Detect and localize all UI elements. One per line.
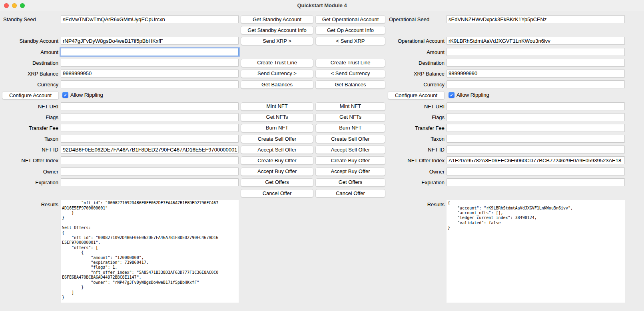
- standby-nft-offer-index-input[interactable]: [61, 156, 239, 164]
- standby-create-trust-line-button[interactable]: Create Trust Line: [241, 59, 313, 67]
- operational-taxon-input[interactable]: [447, 135, 625, 143]
- operational-xrp-balance-label: XRP Balance: [388, 68, 446, 79]
- operational-accept-sell-offer-button[interactable]: Accept Sell Offer: [315, 146, 385, 154]
- standby-transfer-fee-input[interactable]: [61, 124, 239, 132]
- get-operational-account-button[interactable]: Get Operational Account: [315, 15, 385, 24]
- standby-destination-label: Destination: [0, 58, 60, 68]
- standby-expiration-label: Expiration: [0, 177, 60, 188]
- standby-owner-input[interactable]: [61, 167, 239, 175]
- zoom-button[interactable]: [20, 3, 25, 8]
- operational-account-input[interactable]: [447, 37, 625, 45]
- standby-account-input[interactable]: [61, 37, 239, 45]
- operational-get-offers-button[interactable]: Get Offers: [315, 178, 385, 187]
- operational-cancel-offer-button[interactable]: Cancel Offer: [315, 189, 385, 197]
- operational-results-area[interactable]: { "account": "rK9LBRhStdmtAaVdJXGVF1LnKW…: [447, 200, 625, 303]
- window-title: Quickstart Module 4: [297, 2, 347, 8]
- standby-nft-id-label: NFT ID: [0, 144, 60, 155]
- standby-taxon-input[interactable]: [61, 135, 239, 143]
- operational-account-label: Operational Account: [388, 36, 446, 46]
- standby-flags-label: Flags: [0, 112, 60, 123]
- standby-mint-nft-button[interactable]: Mint NFT: [241, 102, 313, 111]
- operational-owner-input[interactable]: [447, 167, 625, 175]
- operational-create-trust-line-button[interactable]: Create Trust Line: [315, 59, 385, 67]
- operational-nft-id-label: NFT ID: [388, 144, 446, 155]
- operational-nft-id-input[interactable]: [447, 146, 625, 154]
- operational-amount-label: Amount: [388, 47, 446, 58]
- standby-xrp-balance-input[interactable]: [61, 70, 239, 78]
- operational-configure-account-button[interactable]: Configure Account: [388, 91, 445, 100]
- close-button[interactable]: [4, 3, 9, 8]
- operational-amount-input[interactable]: [447, 48, 625, 56]
- window-controls: [4, 3, 25, 8]
- standby-amount-label: Amount: [0, 47, 60, 58]
- operational-send-xrp-button[interactable]: < Send XRP: [315, 37, 385, 45]
- operational-seed-input[interactable]: [447, 15, 625, 23]
- standby-configure-account-button[interactable]: Configure Account: [2, 91, 59, 100]
- operational-owner-label: Owner: [388, 166, 446, 177]
- operational-transfer-fee-input[interactable]: [447, 124, 625, 132]
- operational-send-currency-button[interactable]: < Send Currency: [315, 70, 385, 78]
- operational-seed-label: Operational Seed: [388, 14, 446, 25]
- operational-flags-label: Flags: [388, 112, 446, 123]
- standby-seed-input[interactable]: [61, 15, 239, 23]
- checkmark-icon: ✓: [450, 93, 453, 98]
- operational-get-nfts-button[interactable]: Get NFTs: [315, 113, 385, 122]
- operational-expiration-label: Expiration: [388, 177, 446, 188]
- standby-amount-input[interactable]: [61, 48, 239, 56]
- standby-currency-label: Currency: [0, 79, 60, 90]
- standby-account-label: Standby Account: [0, 36, 60, 46]
- standby-nft-uri-input[interactable]: [61, 102, 239, 110]
- operational-results-label: Results: [388, 199, 446, 207]
- operational-nft-uri-input[interactable]: [447, 102, 625, 110]
- standby-seed-label: Standby Seed: [0, 14, 60, 25]
- minimize-button[interactable]: [12, 3, 17, 8]
- standby-allow-rippling-label: Allow Rippling: [70, 92, 103, 98]
- operational-nft-offer-index-input[interactable]: [447, 156, 625, 164]
- operational-expiration-input[interactable]: [447, 178, 625, 186]
- standby-create-sell-offer-button[interactable]: Create Sell Offer: [241, 135, 313, 143]
- standby-results-label: Results: [0, 199, 60, 207]
- standby-nft-id-input[interactable]: [61, 146, 239, 154]
- operational-allow-rippling-checkbox[interactable]: ✓ Allow Rippling: [449, 92, 644, 98]
- main-form: Standby Seed Get Standby Account Get Ope…: [0, 11, 644, 303]
- operational-xrp-balance-input[interactable]: [447, 70, 625, 78]
- standby-accept-buy-offer-button[interactable]: Accept Buy Offer: [241, 167, 313, 176]
- standby-create-buy-offer-button[interactable]: Create Buy Offer: [241, 156, 313, 165]
- standby-get-nfts-button[interactable]: Get NFTs: [241, 113, 313, 122]
- operational-accept-buy-offer-button[interactable]: Accept Buy Offer: [315, 167, 385, 176]
- standby-burn-nft-button[interactable]: Burn NFT: [241, 124, 313, 132]
- standby-get-balances-button[interactable]: Get Balances: [241, 80, 313, 89]
- operational-flags-input[interactable]: [447, 113, 625, 121]
- standby-flags-input[interactable]: [61, 113, 239, 121]
- get-standby-account-info-button[interactable]: Get Standby Account Info: [241, 26, 313, 34]
- operational-nft-uri-label: NFT URI: [388, 101, 446, 112]
- standby-destination-input[interactable]: [61, 59, 239, 67]
- standby-expiration-input[interactable]: [61, 178, 239, 186]
- get-op-account-info-button[interactable]: Get Op Account Info: [315, 26, 385, 34]
- operational-get-balances-button[interactable]: Get Balances: [315, 80, 385, 89]
- operational-destination-label: Destination: [388, 58, 446, 68]
- operational-currency-input[interactable]: [447, 80, 625, 88]
- operational-taxon-label: Taxon: [388, 134, 446, 144]
- standby-owner-label: Owner: [0, 166, 60, 177]
- operational-burn-nft-button[interactable]: Burn NFT: [315, 124, 385, 132]
- standby-send-xrp-button[interactable]: Send XRP >: [241, 37, 313, 45]
- operational-mint-nft-button[interactable]: Mint NFT: [315, 102, 385, 111]
- standby-cancel-offer-button[interactable]: Cancel Offer: [241, 189, 313, 197]
- standby-get-offers-button[interactable]: Get Offers: [241, 178, 313, 187]
- operational-allow-rippling-label: Allow Rippling: [457, 92, 489, 98]
- operational-destination-input[interactable]: [447, 59, 625, 67]
- standby-send-currency-button[interactable]: Send Currency >: [241, 70, 313, 78]
- get-standby-account-button[interactable]: Get Standby Account: [241, 15, 313, 24]
- operational-create-sell-offer-button[interactable]: Create Sell Offer: [315, 135, 385, 143]
- checked-checkbox-icon: ✓: [449, 92, 455, 98]
- standby-allow-rippling-checkbox[interactable]: ✓ Allow Rippling: [62, 92, 241, 98]
- standby-transfer-fee-label: Transfer Fee: [0, 123, 60, 134]
- operational-create-buy-offer-button[interactable]: Create Buy Offer: [315, 156, 385, 165]
- standby-taxon-label: Taxon: [0, 134, 60, 144]
- operational-nft-offer-index-label: NFT Offer Index: [388, 155, 446, 166]
- standby-results-area[interactable]: "nft_id": "0008271092D4B6F0EE062DE7FA46A…: [61, 200, 239, 303]
- standby-currency-input[interactable]: [61, 80, 239, 88]
- standby-accept-sell-offer-button[interactable]: Accept Sell Offer: [241, 146, 313, 154]
- standby-nft-uri-label: NFT URI: [0, 101, 60, 112]
